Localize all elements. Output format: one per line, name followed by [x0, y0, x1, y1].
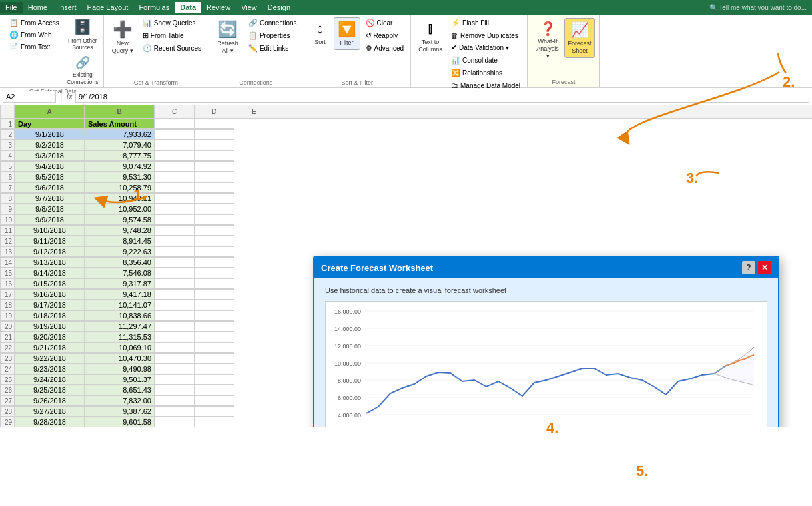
amount-cell[interactable]: 8,777.75	[85, 150, 155, 161]
refresh-all-btn[interactable]: 🔄 RefreshAll ▾	[212, 17, 243, 57]
amount-cell[interactable]: 9,387.62	[85, 406, 155, 417]
date-cell[interactable]: 9/23/2018	[15, 364, 85, 374]
flash-fill-btn[interactable]: ⚡ Flash Fill	[448, 17, 523, 29]
date-cell[interactable]: 9/8/2018	[15, 204, 85, 214]
dialog-close-btn[interactable]: ✕	[758, 261, 771, 274]
remove-duplicates-btn[interactable]: 🗑 Sales Amount Remove Duplicates	[448, 30, 523, 41]
filter-btn[interactable]: 🔽 Filter	[334, 17, 360, 50]
amount-cell[interactable]: 11,297.47	[85, 321, 155, 332]
from-table-btn[interactable]: ⊞ From Table	[140, 30, 204, 41]
from-web-btn[interactable]: 🌐 From Web	[7, 29, 62, 41]
amount-cell[interactable]: 10,141.07	[85, 300, 155, 310]
show-queries-btn[interactable]: 📊 Show Queries	[140, 17, 204, 29]
menu-home[interactable]: Home	[23, 2, 53, 13]
amount-cell[interactable]: 9,748.28	[85, 225, 155, 236]
from-access-btn[interactable]: 📋 From Access	[7, 17, 62, 29]
cell-b1[interactable]: Sales Amount	[85, 119, 155, 129]
menu-insert[interactable]: Insert	[53, 2, 82, 13]
amount-cell[interactable]: 10,952.00	[85, 204, 155, 214]
amount-cell[interactable]: 10,470.30	[85, 353, 155, 364]
date-cell[interactable]: 9/18/2018	[15, 310, 85, 321]
forecast-sheet-btn[interactable]: 📈 ForecastSheet	[564, 18, 595, 58]
amount-cell[interactable]: 10,069.10	[85, 342, 155, 353]
date-cell[interactable]: 9/5/2018	[15, 172, 85, 182]
date-cell[interactable]: 9/19/2018	[15, 321, 85, 332]
amount-cell[interactable]: 10,949.11	[85, 193, 155, 204]
amount-cell[interactable]: 9,601.58	[85, 417, 155, 427]
sort-btn[interactable]: ↕️ Sort	[308, 17, 332, 49]
cell-reference-input[interactable]	[3, 91, 56, 103]
menu-data[interactable]: Data	[175, 2, 201, 13]
menu-page-layout[interactable]: Page Layout	[82, 2, 134, 13]
col-header-a[interactable]: A	[15, 105, 85, 118]
amount-cell[interactable]: 8,914.45	[85, 236, 155, 246]
amount-cell[interactable]: 11,315.53	[85, 332, 155, 342]
col-header-e[interactable]: E	[234, 105, 274, 118]
recent-sources-btn[interactable]: 🕐 Recent Sources	[140, 43, 204, 54]
amount-cell[interactable]: 9,501.37	[85, 374, 155, 385]
col-header-d[interactable]: D	[195, 105, 234, 118]
amount-cell[interactable]: 8,651.43	[85, 385, 155, 395]
menu-review[interactable]: Review	[201, 2, 236, 13]
consolidate-btn[interactable]: 📊 Consolidate	[448, 55, 523, 66]
date-cell[interactable]: 9/2/2018	[15, 140, 85, 150]
date-cell[interactable]: 9/22/2018	[15, 353, 85, 364]
date-cell[interactable]: 9/26/2018	[15, 395, 85, 406]
connections-btn[interactable]: 🔗 Connections	[246, 17, 300, 29]
formula-input[interactable]	[75, 91, 809, 103]
what-if-analysis-btn[interactable]: ❓ What-IfAnalysis ▾	[532, 18, 563, 62]
tell-me-input[interactable]: 🔍 Tell me what you want to do...	[704, 3, 812, 13]
date-cell[interactable]: 9/24/2018	[15, 374, 85, 385]
date-cell[interactable]: 9/6/2018	[15, 182, 85, 193]
dialog-help-btn[interactable]: ?	[742, 261, 755, 274]
clear-btn[interactable]: 🚫 Clear	[363, 17, 406, 29]
edit-links-btn[interactable]: ✏️ Edit Links	[246, 43, 300, 54]
from-text-btn[interactable]: 📄 From Text	[7, 41, 62, 53]
reapply-btn[interactable]: ↺ Reapply	[363, 30, 406, 41]
date-cell[interactable]: 9/20/2018	[15, 332, 85, 342]
date-cell[interactable]: 9/13/2018	[15, 257, 85, 268]
date-cell[interactable]: 9/10/2018	[15, 225, 85, 236]
amount-cell[interactable]: 9,574.58	[85, 214, 155, 225]
col-header-c[interactable]: C	[155, 105, 195, 118]
date-cell[interactable]: 9/25/2018	[15, 385, 85, 395]
amount-cell[interactable]: 9,531.30	[85, 172, 155, 182]
amount-cell[interactable]: 8,356.40	[85, 257, 155, 268]
date-cell[interactable]: 9/16/2018	[15, 289, 85, 300]
date-cell[interactable]: 9/11/2018	[15, 236, 85, 246]
properties-btn[interactable]: 📋 Properties	[246, 30, 300, 41]
col-header-b[interactable]: B	[85, 105, 155, 118]
date-cell[interactable]: 9/7/2018	[15, 193, 85, 204]
amount-cell[interactable]: 10,838.66	[85, 310, 155, 321]
menu-formulas[interactable]: Formulas	[133, 2, 175, 13]
manage-data-model-btn[interactable]: 🗂 Manage Data Model	[448, 80, 523, 91]
menu-view[interactable]: View	[236, 2, 262, 13]
menu-file[interactable]: File	[0, 2, 23, 13]
amount-cell[interactable]: 7,546.08	[85, 268, 155, 278]
date-cell[interactable]: 9/21/2018	[15, 342, 85, 353]
cell-a1[interactable]: Day	[15, 119, 85, 129]
amount-cell[interactable]: 9,490.98	[85, 364, 155, 374]
existing-connections-btn[interactable]: 🔗 Existing Connections	[66, 54, 99, 86]
amount-cell[interactable]: 9,417.18	[85, 289, 155, 300]
menu-design[interactable]: Design	[262, 2, 296, 13]
date-cell[interactable]: 9/15/2018	[15, 278, 85, 289]
text-to-columns-btn[interactable]: ⫿ Text toColumns	[415, 17, 446, 56]
amount-cell[interactable]: 10,258.79	[85, 182, 155, 193]
date-cell[interactable]: 9/17/2018	[15, 300, 85, 310]
date-cell[interactable]: 9/3/2018	[15, 150, 85, 161]
date-cell[interactable]: 9/28/2018	[15, 417, 85, 427]
date-cell[interactable]: 9/9/2018	[15, 214, 85, 225]
amount-cell[interactable]: 7,079.40	[85, 140, 155, 150]
date-cell[interactable]: 9/12/2018	[15, 246, 85, 257]
data-validation-btn[interactable]: ✔ Data Validation ▾	[448, 42, 523, 53]
date-cell[interactable]: 9/27/2018	[15, 406, 85, 417]
date-cell[interactable]: 9/1/2018	[15, 129, 85, 140]
date-cell[interactable]: 9/4/2018	[15, 161, 85, 172]
relationships-btn[interactable]: 🔀 Relationships	[448, 67, 523, 79]
amount-cell[interactable]: 7,832.00	[85, 395, 155, 406]
amount-cell[interactable]: 9,074.92	[85, 161, 155, 172]
advanced-btn[interactable]: ⚙ Advanced	[363, 43, 406, 54]
amount-cell[interactable]: 9,317.87	[85, 278, 155, 289]
amount-cell[interactable]: 9,222.63	[85, 246, 155, 257]
